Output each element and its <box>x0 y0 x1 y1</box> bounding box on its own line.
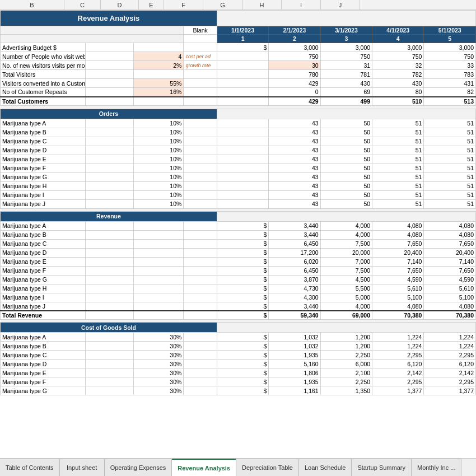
rev-f-i: 7,650 <box>424 266 476 275</box>
conversion-h: 430 <box>372 79 424 88</box>
order-j-i: 51 <box>424 199 476 208</box>
order-b-f: 43 <box>269 128 320 137</box>
order-f-h: 51 <box>372 164 424 172</box>
rev-g-i: 4,590 <box>424 275 476 284</box>
order-e-g: 50 <box>320 155 372 164</box>
total-revenue-row: Total Revenue $ 59,340 69,000 70,380 70,… <box>1 311 476 320</box>
order-f-pct: 10% <box>133 164 184 172</box>
order-c-i: 51 <box>424 137 476 146</box>
revenue-row-e: Marijuana type E $ 6,020 7,000 7,140 7,1… <box>1 257 476 266</box>
date-1: 1/1/2023 <box>217 26 268 35</box>
advertising-h: 3,000 <box>372 43 424 52</box>
cogs-c-g: 2,250 <box>320 351 372 360</box>
revenue-e-label: Marijuana type E <box>1 257 86 266</box>
rev-d-i: 20,400 <box>424 248 476 257</box>
rev-a-i: 4,080 <box>424 221 476 230</box>
revenue-row-b: Marijuana type B $ 3,440 4,000 4,080 4,0… <box>1 230 476 239</box>
repeats-h: 80 <box>372 88 424 97</box>
total-customers-h: 510 <box>372 97 424 106</box>
cogs-e-i: 2,142 <box>424 368 476 377</box>
revenue-row-a: Marijuana type A $ 3,440 4,000 4,080 4,0… <box>1 221 476 230</box>
order-row-d: Marijuana type D 10% 43 50 51 51 <box>1 146 476 155</box>
col-f-header: F <box>164 0 203 10</box>
rev-c-g: 7,500 <box>320 239 372 248</box>
rev-i-i: 5,100 <box>424 293 476 302</box>
order-a-f: 43 <box>269 119 320 128</box>
tab-startup-summary[interactable]: Startup Summary <box>352 459 412 476</box>
col-e-header: E <box>139 0 164 10</box>
order-a-g: 50 <box>320 119 372 128</box>
order-row-h: Marijuana type H 10% 43 50 51 51 <box>1 181 476 190</box>
tab-monthly-inc[interactable]: Monthly Inc ... <box>412 459 461 476</box>
col-b-header: B <box>0 0 64 10</box>
order-f-label: Marijuana type F <box>1 164 86 172</box>
order-e-i: 51 <box>424 155 476 164</box>
advertising-f: 3,000 <box>269 43 320 52</box>
repeats-i: 82 <box>424 88 476 97</box>
rev-a-h: 4,080 <box>372 221 424 230</box>
order-d-f: 43 <box>269 146 320 155</box>
order-d-g: 50 <box>320 146 372 155</box>
cogs-b-g: 1,200 <box>320 342 372 351</box>
period-1: 1 <box>217 35 268 43</box>
tab-table-of-contents[interactable]: Table of Contents <box>0 459 60 476</box>
order-c-f: 43 <box>269 137 320 146</box>
tab-operating-expenses[interactable]: Operating Expenses <box>105 459 172 476</box>
order-row-j: Marijuana type J 10% 43 50 51 51 <box>1 199 476 208</box>
rev-g-f: 3,870 <box>269 275 320 284</box>
rev-h-h: 5,610 <box>372 284 424 293</box>
cogs-g-pct: 30% <box>133 386 184 395</box>
conversion-f: 429 <box>269 79 320 88</box>
order-e-pct: 10% <box>133 155 184 164</box>
order-c-h: 51 <box>372 137 424 146</box>
total-rev-h: 70,380 <box>372 311 424 320</box>
tab-revenue-analysis[interactable]: Revenue Analysis <box>172 459 236 476</box>
rev-b-g: 4,000 <box>320 230 372 239</box>
rev-j-g: 4,000 <box>320 302 372 311</box>
rev-c-h: 7,650 <box>372 239 424 248</box>
order-f-g: 50 <box>320 164 372 172</box>
tab-depreciation-table[interactable]: Depreciation Table <box>236 459 299 476</box>
cogs-g-g: 1,350 <box>320 386 372 395</box>
order-i-h: 51 <box>372 190 424 199</box>
rev-j-f: 3,440 <box>269 302 320 311</box>
rev-a-g: 4,000 <box>320 221 372 230</box>
total-customers-label: Total Customers <box>1 97 86 106</box>
conversion-label: Visitors converted into a Customers <box>1 79 86 88</box>
cogs-c-i: 2,295 <box>424 351 476 360</box>
order-g-pct: 10% <box>133 172 184 181</box>
order-j-g: 50 <box>320 199 372 208</box>
order-b-h: 51 <box>372 128 424 137</box>
wom-label: No. of new visitors visits per month due… <box>1 61 86 70</box>
order-a-pct: 10% <box>133 119 184 128</box>
date-2: 2/1/2023 <box>269 26 320 35</box>
order-i-i: 51 <box>424 190 476 199</box>
tab-input-sheet[interactable]: Input sheet <box>60 459 105 476</box>
order-h-h: 51 <box>372 181 424 190</box>
cogs-b-h: 1,224 <box>372 342 424 351</box>
cogs-c-label: Marijuana type C <box>1 351 86 360</box>
tab-loan-schedule[interactable]: Loan Schedule <box>299 459 352 476</box>
order-e-h: 51 <box>372 155 424 164</box>
conversion-i: 431 <box>424 79 476 88</box>
cogs-f-f: 1,935 <box>269 377 320 386</box>
period-4: 4 <box>372 35 424 43</box>
metric-row-paid-visitors: Number of People who visit website /app … <box>1 52 476 61</box>
cogs-row-g: Marijuana type G 30% $ 1,161 1,350 1,377… <box>1 386 476 395</box>
wom-f: 30 <box>269 61 320 70</box>
order-j-pct: 10% <box>133 199 184 208</box>
cogs-a-pct: 30% <box>133 333 184 342</box>
order-j-f: 43 <box>269 199 320 208</box>
cogs-c-h: 2,295 <box>372 351 424 360</box>
revenue-row-j: Marijuana type J $ 3,440 4,000 4,080 4,0… <box>1 302 476 311</box>
cogs-d-pct: 30% <box>133 360 184 368</box>
cogs-g-label: Marijuana type G <box>1 386 86 395</box>
cogs-row-b: Marijuana type B 30% $ 1,032 1,200 1,224… <box>1 342 476 351</box>
rev-i-f: 4,300 <box>269 293 320 302</box>
revenue-j-label: Marijuana type J <box>1 302 86 311</box>
cogs-row-e: Marijuana type E 30% $ 1,806 2,100 2,142… <box>1 368 476 377</box>
col-d-header: D <box>101 0 139 10</box>
rev-f-g: 7,500 <box>320 266 372 275</box>
metric-row-repeats: No of Customer Repeats 16% 0 69 80 82 <box>1 88 476 97</box>
order-row-c: Marijuana type C 10% 43 50 51 51 <box>1 137 476 146</box>
